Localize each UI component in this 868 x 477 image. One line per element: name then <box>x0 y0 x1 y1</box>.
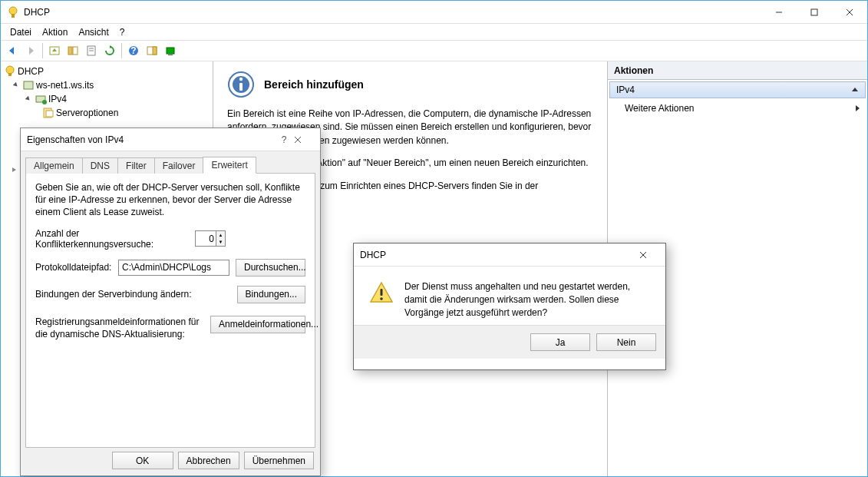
tab-filter[interactable]: Filter <box>117 157 155 174</box>
options-icon <box>42 107 54 119</box>
dhcp-app-icon <box>7 6 19 18</box>
creds-row: Registrierungsanmeldeinformationen für d… <box>35 316 305 340</box>
svg-rect-3 <box>811 9 817 15</box>
svg-point-0 <box>9 7 17 15</box>
msgbox-buttons: Ja Nein <box>354 325 665 359</box>
svg-rect-20 <box>24 81 33 89</box>
logpath-row: Protokolldateipfad: Durchsuchen... <box>35 259 305 277</box>
ok-button[interactable]: OK <box>112 452 173 469</box>
logpath-input[interactable] <box>118 260 229 276</box>
forward-button[interactable] <box>22 42 39 59</box>
menu-datei[interactable]: Datei <box>5 25 36 39</box>
help-button[interactable]: ? <box>125 42 142 59</box>
cancel-button[interactable]: Abbrechen <box>178 452 239 469</box>
svg-rect-33 <box>381 289 383 296</box>
credentials-button[interactable]: Anmeldeinformationen... <box>210 316 305 333</box>
tab-dns[interactable]: DNS <box>82 157 118 174</box>
maximize-button[interactable] <box>797 1 832 23</box>
intro-text: Geben Sie an, wie oft der DHCP-Server ve… <box>35 181 305 219</box>
dialog-close-button[interactable] <box>294 136 314 144</box>
bindings-button[interactable]: Bindungen... <box>237 286 305 303</box>
spinner-up[interactable]: ▲ <box>216 231 225 239</box>
collapse-icon[interactable] <box>12 81 21 90</box>
tab-allgemein[interactable]: Allgemein <box>25 157 83 174</box>
browse-button[interactable]: Durchsuchen... <box>236 259 305 277</box>
yes-button[interactable]: Ja <box>530 333 590 351</box>
action-pane-button[interactable] <box>144 42 160 59</box>
tree-label: ws-net1.ws.its <box>36 80 94 91</box>
actions-more[interactable]: Weitere Aktionen <box>608 100 867 117</box>
tab-erweitert[interactable]: Erweitert <box>203 157 256 174</box>
toolbar-separator <box>121 43 122 58</box>
minimize-button[interactable] <box>761 1 797 23</box>
msgbox-close-button[interactable] <box>639 251 659 259</box>
server-icon <box>22 79 35 91</box>
tree-serveroptions[interactable]: Serveroptionen <box>2 106 211 120</box>
dialog-help-button[interactable]: ? <box>274 134 294 145</box>
svg-rect-24 <box>46 111 53 117</box>
logpath-label: Protokolldateipfad: <box>35 262 112 273</box>
no-button[interactable]: Nein <box>596 333 656 351</box>
detail-title: Bereich hinzufügen <box>264 78 364 91</box>
conflict-label: Anzahl der Konflikterkennungsversuche: <box>35 228 189 250</box>
warning-icon <box>369 280 394 305</box>
close-button[interactable] <box>832 1 867 23</box>
menu-aktion[interactable]: Aktion <box>38 25 72 39</box>
ipv4-properties-dialog: Eigenschaften von IPv4 ? Allgemein DNS F… <box>20 128 321 476</box>
actions-header: Aktionen <box>608 61 867 80</box>
up-button[interactable] <box>46 42 63 59</box>
dhcp-root-icon <box>4 65 16 78</box>
msgbox-body: Der Dienst muss angehalten und neu gesta… <box>354 267 665 325</box>
tab-failover[interactable]: Failover <box>154 157 204 174</box>
conflict-spinner[interactable]: ▲ ▼ <box>195 230 226 247</box>
bindings-label: Bindungen der Serverbindung ändern: <box>35 289 191 300</box>
toolbar-separator <box>42 43 43 58</box>
menu-help[interactable]: ? <box>115 25 130 39</box>
svg-rect-19 <box>8 73 12 76</box>
show-hide-tree-button[interactable] <box>64 42 81 59</box>
toolbar: ? <box>1 40 867 61</box>
svg-point-28 <box>239 78 243 81</box>
collapse-icon <box>851 86 859 94</box>
run-button[interactable] <box>162 42 179 59</box>
bindings-row: Bindungen der Serverbindung ändern: Bind… <box>35 286 305 303</box>
actions-subheader-label: IPv4 <box>616 84 635 95</box>
window-title: DHCP <box>24 7 761 18</box>
svg-rect-16 <box>167 48 174 54</box>
tree-server[interactable]: ws-net1.ws.its <box>2 78 211 92</box>
actions-subheader[interactable]: IPv4 <box>609 81 866 98</box>
msgbox-titlebar: DHCP <box>354 243 665 267</box>
properties-button[interactable] <box>83 42 100 59</box>
svg-rect-8 <box>73 47 78 55</box>
tree-label: DHCP <box>18 66 44 77</box>
msgbox-title: DHCP <box>360 250 639 260</box>
svg-point-18 <box>6 66 14 74</box>
dialog-buttons: OK Abbrechen Übernehmen <box>112 452 314 469</box>
dialog-title: Eigenschaften von IPv4 <box>27 134 274 145</box>
svg-text:?: ? <box>130 45 136 56</box>
menu-ansicht[interactable]: Ansicht <box>74 25 113 39</box>
detail-heading: Bereich hinzufügen <box>227 71 593 98</box>
svg-rect-1 <box>12 14 15 18</box>
expand-icon[interactable] <box>10 165 19 174</box>
msgbox-text: Der Dienst muss angehalten und neu gesta… <box>404 280 650 319</box>
tabstrip: Allgemein DNS Filter Failover Erweitert <box>25 156 315 173</box>
chevron-right-icon <box>855 104 861 112</box>
svg-point-22 <box>42 100 47 104</box>
tree-ipv4[interactable]: IPv4 <box>2 92 211 106</box>
menubar: Datei Aktion Ansicht ? <box>1 24 867 40</box>
svg-rect-17 <box>168 55 173 55</box>
collapse-icon[interactable] <box>24 94 33 104</box>
conflict-input[interactable] <box>196 234 216 244</box>
tree-root[interactable]: DHCP <box>2 65 211 78</box>
tab-panel-erweitert: Geben Sie an, wie oft der DHCP-Server ve… <box>25 173 315 448</box>
spinner-down[interactable]: ▼ <box>216 239 225 247</box>
svg-rect-15 <box>153 47 157 55</box>
back-button[interactable] <box>4 42 21 59</box>
conflict-row: Anzahl der Konflikterkennungsversuche: ▲… <box>35 228 305 250</box>
actions-item-label: Weitere Aktionen <box>625 103 695 114</box>
creds-label: Registrierungsanmeldeinformationen für d… <box>35 316 204 340</box>
refresh-button[interactable] <box>101 42 118 59</box>
apply-button[interactable]: Übernehmen <box>244 452 314 469</box>
restart-service-messagebox: DHCP Der Dienst muss angehalten und neu … <box>353 243 666 370</box>
